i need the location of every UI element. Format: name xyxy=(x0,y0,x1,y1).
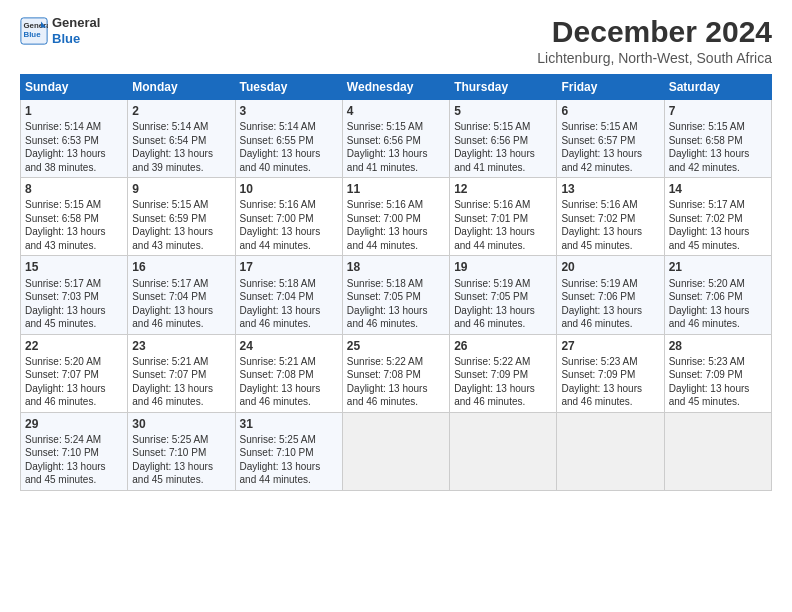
header-cell-sunday: Sunday xyxy=(21,75,128,100)
day-number: 28 xyxy=(669,338,767,354)
header-cell-tuesday: Tuesday xyxy=(235,75,342,100)
day-info-line: Sunrise: 5:16 AM xyxy=(347,198,445,212)
day-info-line: Daylight: 13 hours xyxy=(25,304,123,318)
main-title: December 2024 xyxy=(537,15,772,48)
day-cell: 30Sunrise: 5:25 AMSunset: 7:10 PMDayligh… xyxy=(128,412,235,490)
week-row-3: 15Sunrise: 5:17 AMSunset: 7:03 PMDayligh… xyxy=(21,256,772,334)
logo: General Blue General Blue xyxy=(20,15,100,46)
header-cell-wednesday: Wednesday xyxy=(342,75,449,100)
logo-text: General Blue xyxy=(52,15,100,46)
day-cell: 13Sunrise: 5:16 AMSunset: 7:02 PMDayligh… xyxy=(557,178,664,256)
day-number: 8 xyxy=(25,181,123,197)
day-info-line: and 46 minutes. xyxy=(561,317,659,331)
day-info-line: Sunrise: 5:23 AM xyxy=(669,355,767,369)
day-cell: 17Sunrise: 5:18 AMSunset: 7:04 PMDayligh… xyxy=(235,256,342,334)
day-cell: 14Sunrise: 5:17 AMSunset: 7:02 PMDayligh… xyxy=(664,178,771,256)
header-cell-saturday: Saturday xyxy=(664,75,771,100)
day-info-line: Sunrise: 5:25 AM xyxy=(240,433,338,447)
day-info-line: Sunset: 7:09 PM xyxy=(669,368,767,382)
day-cell: 12Sunrise: 5:16 AMSunset: 7:01 PMDayligh… xyxy=(450,178,557,256)
day-info-line: Sunset: 7:07 PM xyxy=(25,368,123,382)
day-cell: 11Sunrise: 5:16 AMSunset: 7:00 PMDayligh… xyxy=(342,178,449,256)
day-info-line: Daylight: 13 hours xyxy=(240,460,338,474)
day-info-line: Sunrise: 5:21 AM xyxy=(240,355,338,369)
day-number: 11 xyxy=(347,181,445,197)
day-info-line: Sunset: 6:58 PM xyxy=(25,212,123,226)
day-info-line: and 46 minutes. xyxy=(347,317,445,331)
day-info-line: and 43 minutes. xyxy=(132,239,230,253)
day-info-line: and 39 minutes. xyxy=(132,161,230,175)
week-row-4: 22Sunrise: 5:20 AMSunset: 7:07 PMDayligh… xyxy=(21,334,772,412)
day-info-line: Sunset: 7:10 PM xyxy=(25,446,123,460)
header-cell-thursday: Thursday xyxy=(450,75,557,100)
svg-text:Blue: Blue xyxy=(24,30,42,39)
day-info-line: Sunset: 7:00 PM xyxy=(240,212,338,226)
day-info-line: Sunset: 7:06 PM xyxy=(561,290,659,304)
day-number: 23 xyxy=(132,338,230,354)
day-info-line: Sunrise: 5:25 AM xyxy=(132,433,230,447)
day-number: 26 xyxy=(454,338,552,354)
day-cell xyxy=(342,412,449,490)
day-cell: 5Sunrise: 5:15 AMSunset: 6:56 PMDaylight… xyxy=(450,100,557,178)
day-info-line: Daylight: 13 hours xyxy=(240,225,338,239)
day-cell: 22Sunrise: 5:20 AMSunset: 7:07 PMDayligh… xyxy=(21,334,128,412)
calendar-table: SundayMondayTuesdayWednesdayThursdayFrid… xyxy=(20,74,772,491)
day-number: 24 xyxy=(240,338,338,354)
day-number: 1 xyxy=(25,103,123,119)
day-info-line: Sunset: 6:53 PM xyxy=(25,134,123,148)
day-info-line: and 45 minutes. xyxy=(669,239,767,253)
day-info-line: and 46 minutes. xyxy=(454,395,552,409)
day-info-line: Daylight: 13 hours xyxy=(347,304,445,318)
day-info-line: Sunset: 7:04 PM xyxy=(240,290,338,304)
day-info-line: Sunrise: 5:18 AM xyxy=(347,277,445,291)
day-info-line: Daylight: 13 hours xyxy=(454,382,552,396)
day-info-line: Sunrise: 5:20 AM xyxy=(669,277,767,291)
day-info-line: Sunrise: 5:14 AM xyxy=(25,120,123,134)
title-block: December 2024 Lichtenburg, North-West, S… xyxy=(537,15,772,66)
day-cell: 19Sunrise: 5:19 AMSunset: 7:05 PMDayligh… xyxy=(450,256,557,334)
subtitle: Lichtenburg, North-West, South Africa xyxy=(537,50,772,66)
day-info-line: and 45 minutes. xyxy=(132,473,230,487)
day-number: 16 xyxy=(132,259,230,275)
day-info-line: Daylight: 13 hours xyxy=(347,147,445,161)
day-number: 20 xyxy=(561,259,659,275)
day-info-line: Sunrise: 5:20 AM xyxy=(25,355,123,369)
day-number: 18 xyxy=(347,259,445,275)
day-cell: 6Sunrise: 5:15 AMSunset: 6:57 PMDaylight… xyxy=(557,100,664,178)
day-info-line: and 46 minutes. xyxy=(25,395,123,409)
day-info-line: Sunset: 6:56 PM xyxy=(347,134,445,148)
day-info-line: and 45 minutes. xyxy=(25,317,123,331)
day-info-line: Sunrise: 5:19 AM xyxy=(561,277,659,291)
day-info-line: and 44 minutes. xyxy=(454,239,552,253)
day-info-line: Sunset: 7:09 PM xyxy=(561,368,659,382)
day-cell: 24Sunrise: 5:21 AMSunset: 7:08 PMDayligh… xyxy=(235,334,342,412)
day-info-line: Sunrise: 5:24 AM xyxy=(25,433,123,447)
day-number: 31 xyxy=(240,416,338,432)
day-cell xyxy=(450,412,557,490)
day-cell: 27Sunrise: 5:23 AMSunset: 7:09 PMDayligh… xyxy=(557,334,664,412)
header: General Blue General Blue December 2024 … xyxy=(20,15,772,66)
day-cell: 7Sunrise: 5:15 AMSunset: 6:58 PMDaylight… xyxy=(664,100,771,178)
day-info-line: Daylight: 13 hours xyxy=(132,225,230,239)
day-info-line: and 41 minutes. xyxy=(347,161,445,175)
day-info-line: Sunrise: 5:16 AM xyxy=(561,198,659,212)
day-info-line: and 44 minutes. xyxy=(240,239,338,253)
day-info-line: Sunset: 7:09 PM xyxy=(454,368,552,382)
day-info-line: Sunrise: 5:15 AM xyxy=(669,120,767,134)
day-info-line: Daylight: 13 hours xyxy=(132,304,230,318)
day-info-line: Sunset: 6:59 PM xyxy=(132,212,230,226)
day-info-line: and 46 minutes. xyxy=(132,317,230,331)
day-info-line: Sunset: 7:08 PM xyxy=(347,368,445,382)
day-info-line: Sunset: 7:07 PM xyxy=(132,368,230,382)
day-number: 12 xyxy=(454,181,552,197)
day-info-line: Sunrise: 5:15 AM xyxy=(454,120,552,134)
day-cell: 31Sunrise: 5:25 AMSunset: 7:10 PMDayligh… xyxy=(235,412,342,490)
day-info-line: and 40 minutes. xyxy=(240,161,338,175)
day-info-line: Daylight: 13 hours xyxy=(669,304,767,318)
day-cell: 28Sunrise: 5:23 AMSunset: 7:09 PMDayligh… xyxy=(664,334,771,412)
day-info-line: Sunset: 7:00 PM xyxy=(347,212,445,226)
day-number: 4 xyxy=(347,103,445,119)
day-cell: 8Sunrise: 5:15 AMSunset: 6:58 PMDaylight… xyxy=(21,178,128,256)
day-info-line: Daylight: 13 hours xyxy=(561,304,659,318)
day-info-line: Sunset: 7:06 PM xyxy=(669,290,767,304)
